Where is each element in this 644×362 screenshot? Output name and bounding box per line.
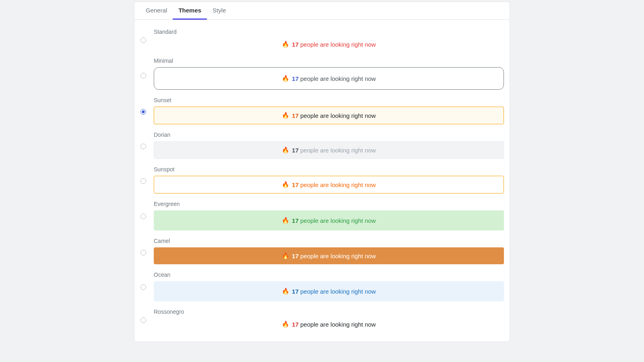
theme-option-rossonegro: Rossonegro 🔥 17 people are looking right… — [140, 309, 504, 330]
theme-radio-sunspot[interactable] — [140, 178, 146, 184]
viewer-count: 17 — [292, 75, 299, 82]
theme-option-evergreen: Evergreen 🔥 17 people are looking right … — [140, 201, 504, 230]
tab-general[interactable]: General — [140, 2, 173, 20]
fire-icon: 🔥 — [282, 288, 289, 295]
fire-icon: 🔥 — [282, 146, 289, 154]
theme-label: Ocean — [154, 272, 504, 278]
viewer-text: people are looking right now — [300, 75, 376, 82]
theme-preview-ocean: 🔥 17 people are looking right now — [154, 281, 504, 301]
theme-option-dorian: Dorian 🔥 17 people are looking right now — [140, 132, 504, 159]
theme-radio-ocean[interactable] — [140, 284, 146, 290]
theme-option-sunset: Sunset 🔥 17 people are looking right now — [140, 97, 504, 124]
viewer-count: 17 — [292, 321, 299, 328]
settings-card: General Themes Style Standard 🔥 17 peopl… — [134, 2, 510, 342]
viewer-text: people are looking right now — [300, 217, 376, 224]
theme-radio-camel[interactable] — [140, 250, 146, 255]
theme-radio-rossonegro[interactable] — [140, 317, 146, 323]
theme-preview-standard: 🔥 17 people are looking right now — [154, 38, 504, 50]
theme-label: Evergreen — [154, 201, 504, 207]
theme-preview-dorian: 🔥 17 people are looking right now — [154, 141, 504, 159]
fire-icon: 🔥 — [282, 321, 289, 328]
theme-label: Dorian — [154, 132, 504, 138]
theme-preview-rossonegro: 🔥 17 people are looking right now — [154, 318, 504, 330]
viewer-text: people are looking right now — [300, 253, 376, 259]
fire-icon: 🔥 — [282, 181, 289, 188]
viewer-text: people are looking right now — [300, 321, 376, 328]
tab-themes[interactable]: Themes — [173, 2, 207, 20]
tab-style[interactable]: Style — [207, 2, 231, 20]
viewer-text: people are looking right now — [300, 181, 376, 188]
theme-radio-sunset[interactable] — [140, 109, 146, 115]
fire-icon: 🔥 — [282, 252, 289, 259]
viewer-text: people are looking right now — [300, 41, 376, 48]
viewer-count: 17 — [292, 253, 299, 259]
theme-label: Minimal — [154, 58, 504, 64]
viewer-count: 17 — [292, 41, 299, 48]
theme-preview-sunset: 🔥 17 people are looking right now — [154, 107, 504, 124]
viewer-count: 17 — [292, 288, 299, 295]
theme-option-ocean: Ocean 🔥 17 people are looking right now — [140, 272, 504, 301]
viewer-count: 17 — [292, 112, 299, 119]
theme-label: Rossonegro — [154, 309, 504, 315]
theme-label: Sunspot — [154, 166, 504, 173]
fire-icon: 🔥 — [282, 41, 289, 48]
theme-label: Camel — [154, 238, 504, 244]
theme-option-camel: Camel 🔥 17 people are looking right now — [140, 238, 504, 264]
theme-radio-evergreen[interactable] — [140, 214, 146, 219]
themes-list: Standard 🔥 17 people are looking right n… — [134, 20, 510, 341]
theme-radio-standard[interactable] — [140, 37, 146, 43]
fire-icon: 🔥 — [282, 112, 289, 119]
theme-label: Sunset — [154, 97, 504, 103]
fire-icon: 🔥 — [282, 75, 289, 82]
viewer-count: 17 — [292, 181, 299, 188]
theme-preview-camel: 🔥 17 people are looking right now — [154, 247, 504, 264]
theme-option-sunspot: Sunspot 🔥 17 people are looking right no… — [140, 166, 504, 193]
theme-preview-sunspot: 🔥 17 people are looking right now — [154, 176, 504, 193]
tabs: General Themes Style — [134, 2, 510, 20]
viewer-text: people are looking right now — [300, 288, 376, 295]
fire-icon: 🔥 — [282, 217, 289, 224]
viewer-count: 17 — [292, 217, 299, 224]
viewer-count: 17 — [292, 147, 299, 154]
theme-option-standard: Standard 🔥 17 people are looking right n… — [140, 29, 504, 50]
theme-preview-minimal: 🔥 17 people are looking right now — [154, 67, 504, 90]
theme-radio-minimal[interactable] — [140, 73, 146, 78]
theme-preview-evergreen: 🔥 17 people are looking right now — [154, 210, 504, 230]
viewer-text: people are looking right now — [300, 112, 376, 119]
theme-label: Standard — [154, 29, 504, 35]
viewer-text: people are looking right now — [300, 147, 376, 154]
theme-radio-dorian[interactable] — [140, 144, 146, 149]
theme-option-minimal: Minimal 🔥 17 people are looking right no… — [140, 58, 504, 90]
